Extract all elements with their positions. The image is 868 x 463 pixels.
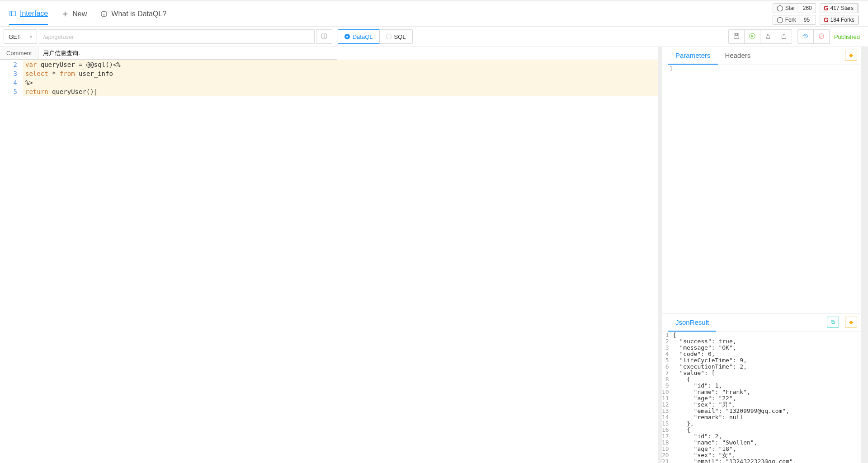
comment-label: Comment bbox=[0, 47, 38, 60]
right-divider bbox=[861, 47, 868, 463]
tab-headers[interactable]: Headers bbox=[718, 47, 758, 65]
badges: ◯Star 260 ◯Fork 95 G417 Stars G184 Forks bbox=[773, 3, 859, 25]
tab-new-label: New bbox=[72, 10, 87, 18]
fork-count: 95 bbox=[800, 16, 813, 24]
status-label: Published bbox=[830, 29, 864, 44]
clear-button[interactable]: ◆ bbox=[845, 50, 857, 61]
path-input[interactable]: /api/getuser bbox=[39, 29, 315, 44]
star-label: Star bbox=[785, 5, 795, 11]
disable-button[interactable] bbox=[813, 29, 830, 44]
result-tabs: JsonResult ⧉ ◆ bbox=[662, 314, 861, 332]
svg-rect-8 bbox=[735, 33, 737, 35]
run-button[interactable] bbox=[744, 29, 760, 44]
info-circle-icon bbox=[100, 10, 108, 18]
toolbar: GET ▾ /api/getuser ⓘ DataQL SQL Publishe… bbox=[0, 27, 868, 47]
mode-sql[interactable]: SQL bbox=[379, 29, 413, 44]
gitee-icon: G bbox=[824, 16, 829, 23]
mode-dataql-label: DataQL bbox=[353, 33, 373, 40]
eraser-icon: ◆ bbox=[849, 52, 853, 58]
svg-rect-0 bbox=[10, 11, 15, 16]
panel-icon bbox=[9, 10, 16, 17]
line-gutter: 2345 bbox=[0, 60, 23, 463]
help-button[interactable]: ⓘ bbox=[316, 29, 332, 44]
action-group-1 bbox=[725, 29, 792, 44]
test-button[interactable] bbox=[760, 29, 776, 44]
plus-icon bbox=[61, 10, 69, 18]
tab-whatis[interactable]: What is DataQL? bbox=[100, 9, 166, 25]
action-group-2: Published bbox=[794, 29, 864, 44]
nav-tabs: Interface New What is DataQL? bbox=[9, 3, 773, 25]
svg-rect-7 bbox=[734, 33, 739, 38]
method-select[interactable]: GET ▾ bbox=[4, 29, 37, 44]
json-view[interactable]: 12345678910111213141516171819202122 { "s… bbox=[662, 332, 861, 463]
save-icon bbox=[733, 33, 740, 41]
tab-whatis-label: What is DataQL? bbox=[111, 10, 166, 18]
tab-interface[interactable]: Interface bbox=[9, 9, 48, 25]
copy-result-button[interactable]: ⧉ bbox=[827, 317, 839, 327]
svg-marker-10 bbox=[751, 35, 753, 37]
fork-label: Fork bbox=[785, 17, 796, 23]
gitee-forks: 184 Forks bbox=[830, 17, 854, 23]
eraser-icon: ◆ bbox=[849, 319, 853, 325]
flask-icon bbox=[765, 33, 771, 41]
header: Interface New What is DataQL? ◯Star 260 … bbox=[0, 1, 868, 27]
tab-interface-label: Interface bbox=[20, 9, 48, 18]
tab-jsonresult[interactable]: JsonResult bbox=[668, 314, 716, 332]
github-icon: ◯ bbox=[777, 16, 783, 23]
github-star-badge[interactable]: ◯Star 260 bbox=[773, 3, 816, 13]
params-body[interactable] bbox=[675, 65, 861, 313]
main: Comment 2345 var queryUser = @@sql()<%se… bbox=[0, 47, 868, 463]
export-icon bbox=[781, 33, 787, 41]
svg-point-5 bbox=[104, 12, 104, 13]
github-fork-badge[interactable]: ◯Fork 95 bbox=[773, 15, 816, 25]
gitee-stars: 417 Stars bbox=[830, 5, 854, 11]
radio-icon bbox=[386, 34, 392, 39]
copy-icon: ⧉ bbox=[831, 319, 835, 325]
radio-checked-icon bbox=[344, 34, 350, 39]
play-circle-icon bbox=[749, 33, 755, 41]
github-icon: ◯ bbox=[777, 5, 783, 11]
editor-column: Comment 2345 var queryUser = @@sql()<%se… bbox=[0, 47, 662, 463]
result-section: JsonResult ⧉ ◆ 1234567891011121314151617… bbox=[662, 313, 861, 463]
history-icon bbox=[802, 33, 809, 41]
method-value: GET bbox=[9, 33, 21, 40]
clear-result-button[interactable]: ◆ bbox=[845, 317, 857, 327]
svg-line-13 bbox=[820, 34, 823, 37]
comment-row: Comment bbox=[0, 47, 658, 60]
code-body[interactable]: var queryUser = @@sql()<%select * from u… bbox=[23, 60, 658, 463]
json-body: { "success": true, "message": "OK", "cod… bbox=[673, 332, 861, 463]
stop-circle-icon bbox=[818, 33, 825, 41]
tab-new[interactable]: New bbox=[61, 9, 87, 25]
mode-dataql[interactable]: DataQL bbox=[338, 29, 380, 44]
gitee-stars-badge[interactable]: G417 Stars bbox=[820, 3, 859, 13]
code-editor[interactable]: 2345 var queryUser = @@sql()<%select * f… bbox=[0, 60, 658, 463]
right-column: Parameters Headers ◆ 1 JsonResult ⧉ ◆ 12… bbox=[662, 47, 861, 463]
export-button[interactable] bbox=[776, 29, 792, 44]
star-count: 260 bbox=[799, 4, 816, 12]
chevron-down-icon: ▾ bbox=[30, 34, 32, 39]
params-gutter: 1 bbox=[662, 65, 675, 313]
side-tabs: Parameters Headers ◆ bbox=[662, 47, 861, 65]
history-button[interactable] bbox=[797, 29, 814, 44]
mode-sql-label: SQL bbox=[394, 33, 406, 40]
path-value: /api/getuser bbox=[43, 33, 74, 40]
tab-parameters[interactable]: Parameters bbox=[668, 47, 718, 65]
comment-input[interactable] bbox=[38, 47, 337, 60]
save-button[interactable] bbox=[728, 29, 745, 44]
gitee-forks-badge[interactable]: G184 Forks bbox=[820, 15, 859, 25]
gitee-icon: G bbox=[824, 5, 829, 12]
question-circle-icon: ⓘ bbox=[321, 33, 327, 41]
json-gutter: 12345678910111213141516171819202122 bbox=[662, 332, 673, 463]
params-editor[interactable]: 1 bbox=[662, 65, 861, 313]
mode-group: DataQL SQL bbox=[338, 29, 413, 44]
